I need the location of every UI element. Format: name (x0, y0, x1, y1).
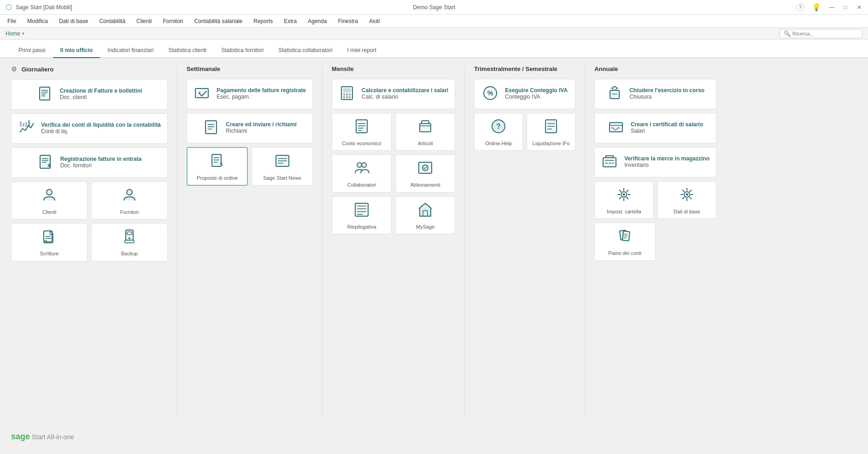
svg-point-17 (127, 189, 132, 195)
window-title: Demo Sage Start (413, 4, 455, 11)
card-proposte-ordine[interactable]: Proposte di ordine (187, 147, 248, 186)
search-input[interactable] (792, 31, 857, 36)
collaboratori-icon (353, 159, 370, 178)
mysage-icon (417, 201, 434, 220)
search-box[interactable]: 🔍 (780, 29, 862, 38)
svg-rect-46 (356, 120, 367, 133)
svg-text:?: ? (496, 123, 501, 130)
backup-label: Backup (121, 250, 138, 257)
notification-icon[interactable]: 💡 (812, 3, 821, 12)
card-doc-fornitori[interactable]: Registrazione fatture in entrata Doc. fo… (11, 147, 168, 178)
card-articoli[interactable]: Articoli (395, 113, 455, 151)
card-doc-clienti[interactable]: Creazione di Fatture e bollettini Doc. c… (11, 79, 168, 110)
help-icon[interactable]: ? (796, 3, 804, 12)
chiusura-sublabel: Chiudere l'esercizio in corso (629, 87, 704, 94)
mysage-label: MySage (416, 224, 434, 230)
svg-rect-30 (212, 154, 221, 166)
conteggio-iva-icon: % (482, 85, 499, 103)
chiusura-icon (606, 85, 623, 103)
card-chiusura[interactable]: Chiudere l'esercizio in corso Chiusura (594, 79, 716, 109)
conto-economico-label: Conto economico (342, 140, 381, 147)
svg-rect-51 (420, 124, 431, 132)
svg-rect-26 (205, 121, 217, 134)
menu-aiuti[interactable]: Aiuti (367, 16, 381, 26)
online-help-label: Online-Help (485, 140, 512, 147)
menu-contabilita-salariale[interactable]: Contabilità salariale (192, 16, 244, 26)
liquidazione-ifo-icon (543, 118, 559, 136)
card-clienti[interactable]: Clienti (11, 182, 88, 219)
card-calc-salario[interactable]: Calcolare e contabilizzare i salari Calc… (332, 79, 455, 109)
riepilogativa-icon (353, 201, 370, 220)
tab-i-miei-report[interactable]: I miei report (340, 43, 384, 58)
menu-extra[interactable]: Extra (282, 16, 299, 26)
menu-fornitori[interactable]: Fornitori (161, 16, 185, 26)
menu-contabilita[interactable]: Contabilità (97, 16, 127, 26)
card-piano-dei-conti[interactable]: Piano dei conti (594, 223, 655, 260)
card-row-piano: Piano dei conti (594, 223, 716, 260)
minimize-btn[interactable]: — (828, 4, 835, 11)
menu-modifica[interactable]: Modifica (25, 16, 50, 26)
card-esec-pagam[interactable]: Pagamento delle fatture registrate Esec.… (187, 79, 313, 109)
tab-primi-passi[interactable]: Primi passi (11, 43, 53, 58)
card-conteggio-iva[interactable]: % Eseguire Conteggio IVA Conteggio IVA (474, 79, 575, 109)
sage-start-news-label: Sage Start News (263, 175, 301, 181)
tab-il-mio-ufficio[interactable]: Il mio ufficio (53, 43, 100, 58)
svg-rect-40 (343, 94, 345, 95)
menu-finestra[interactable]: Finestra (336, 16, 360, 26)
clienti-icon (41, 187, 58, 205)
card-impost-cartella[interactable]: Impost. cartella (594, 181, 653, 219)
calc-salario-label: Calc. di salario (362, 94, 448, 101)
column-mensile: Mensile Calcolare e contabilizzare i sal… (332, 65, 455, 419)
tab-statistica-clienti[interactable]: Statistica clienti (161, 43, 214, 58)
svg-rect-0 (40, 87, 50, 100)
svg-point-16 (47, 189, 52, 195)
app-logo-icon: ⬡ (6, 3, 12, 12)
menu-agenda[interactable]: Agenda (306, 16, 328, 26)
tab-statistica-collaboratori[interactable]: Statistica collaboratori (271, 43, 340, 58)
menu-file[interactable]: File (6, 16, 18, 26)
conto-economico-icon (353, 118, 370, 136)
card-collaboratori[interactable]: Collaboratori (332, 154, 392, 192)
maximize-btn[interactable]: □ (842, 4, 849, 11)
card-scritture[interactable]: Scritture (11, 223, 88, 261)
card-riepilogativa[interactable]: Riepilogativa (332, 196, 392, 234)
divider-3 (464, 65, 465, 419)
card-backup[interactable]: Backup (91, 223, 168, 261)
conti-liq-icon (18, 119, 35, 138)
inventario-icon (601, 153, 618, 171)
breadcrumb-home[interactable]: Home (6, 30, 20, 37)
title-bar-left: ⬡ Sage Start [Dati Mobili] (6, 3, 72, 12)
card-sage-start-news[interactable]: Sage Start News (252, 147, 313, 186)
menu-dati-base[interactable]: Dati di base (57, 16, 90, 26)
tab-statistica-fornitori[interactable]: Statistica fornitori (214, 43, 271, 58)
svg-text:%: % (487, 89, 493, 97)
card-richiami[interactable]: Creare ed inviare i richiami Richiami (187, 113, 313, 143)
close-btn[interactable]: ✕ (856, 4, 862, 11)
settings-gear-icon[interactable]: ⚙ (11, 65, 17, 73)
card-inventario[interactable]: Verificare la merce in magazzino Inventa… (594, 147, 716, 177)
menu-reports[interactable]: Reports (252, 16, 275, 26)
proposte-ordine-icon (209, 153, 226, 171)
conti-liq-label: Conti di liq. (41, 128, 161, 136)
card-fornitori[interactable]: Fornitori (91, 182, 168, 219)
card-dati-base[interactable]: Dati di base (657, 181, 716, 219)
card-conto-economico[interactable]: Conto economico (332, 113, 392, 151)
sage-logo: sage (11, 432, 30, 442)
svg-line-95 (689, 190, 692, 192)
app-title: Sage Start [Dati Mobili] (16, 4, 72, 11)
breadcrumb[interactable]: Home ▾ (6, 30, 24, 37)
title-bar: ⬡ Sage Start [Dati Mobili] Demo Sage Sta… (0, 0, 868, 15)
column-giornaliero-title: Giornaliero (22, 66, 53, 73)
card-salari[interactable]: Creare i certificati di salario Salari (594, 113, 716, 143)
abbonamenti-label: Abbonamenti (411, 182, 440, 188)
menu-clienti[interactable]: Clienti (135, 16, 153, 26)
tab-indicatori-finanziari[interactable]: Indicatori finanziari (100, 43, 161, 58)
card-online-help[interactable]: ? Online-Help (474, 113, 523, 151)
card-abbonamenti[interactable]: Abbonamenti (395, 154, 455, 192)
card-mysage[interactable]: MySage (395, 196, 455, 234)
svg-rect-5 (20, 121, 22, 127)
card-liquidazione-ifo[interactable]: Liquidazione IFo (527, 113, 575, 151)
svg-point-53 (357, 163, 362, 167)
calc-salario-sublabel: Calcolare e contabilizzare i salari (362, 87, 448, 94)
card-conti-liq[interactable]: Verifica dei conti di liquidità con la c… (11, 113, 168, 144)
